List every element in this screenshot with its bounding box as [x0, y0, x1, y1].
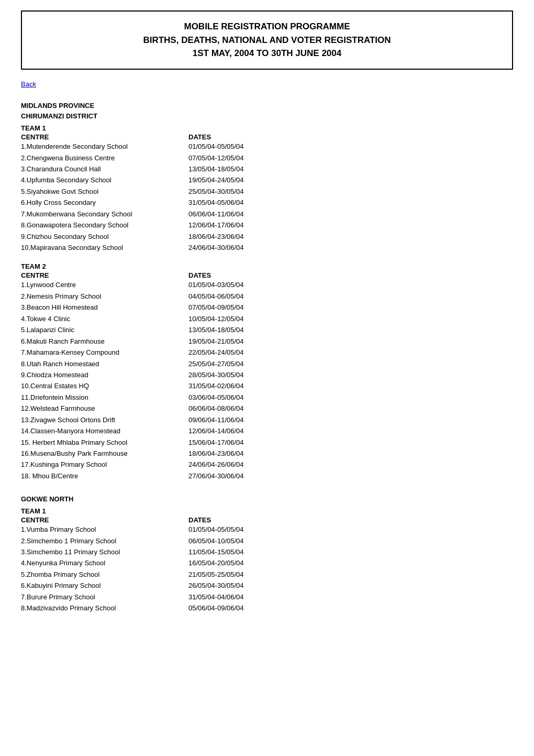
dates-header: DATES: [188, 271, 293, 279]
table-row: 7.Burure Primary School31/05/04-04/06/04: [21, 591, 513, 602]
centre-name: 7.Mahamara-Kensey Compound: [21, 347, 188, 358]
dates-value: 13/05/04-18/05/04: [188, 163, 293, 174]
table-row: 10.Mapiravana Secondary School24/06/04-3…: [21, 242, 513, 253]
table-row: 2.Simchembo 1 Primary School06/05/04-10/…: [21, 535, 513, 546]
table-row: 3.Simchembo 11 Primary School11/05/04-15…: [21, 546, 513, 557]
centre-name: 1.Mutenderende Secondary School: [21, 141, 188, 152]
dates-value: 31/05/04-04/06/04: [188, 591, 293, 602]
centre-name: 6.Kabuyini Primary School: [21, 580, 188, 591]
centre-header: CENTRE: [21, 133, 188, 141]
centre-name: 9.Chiodza Homestead: [21, 369, 188, 380]
table-row: 4.Tokwe 4 Clinic10/05/04-12/05/04: [21, 313, 513, 324]
table-row: 1.Mutenderende Secondary School01/05/04-…: [21, 141, 513, 152]
table-row: 9.Chiodza Homestead28/05/04-30/05/04: [21, 369, 513, 380]
table-row: 11.Driefontein Mission03/06/04-05/06/04: [21, 392, 513, 403]
centre-header: CENTRE: [21, 516, 188, 524]
centre-name: 1.Lynwood Centre: [21, 279, 188, 290]
centre-name: 5.Zhomba Primary School: [21, 569, 188, 580]
dates-value: 21/05/05-25/05/04: [188, 569, 293, 580]
table-row: 1.Lynwood Centre01/05/04-03/05/04: [21, 279, 513, 290]
dates-value: 09/06/04-11/06/04: [188, 414, 293, 425]
centre-name: 7.Mukomberwana Secondary School: [21, 209, 188, 220]
province-title-0: MIDLANDS PROVINCE CHIRUMANZI DISTRICT: [21, 101, 513, 123]
centre-name: 8.Gonawapotera Secondary School: [21, 220, 188, 231]
table-row: 5.Lalapanzi Clinic13/05/04-18/05/04: [21, 324, 513, 335]
dates-value: 04/05/04-06/05/04: [188, 291, 293, 302]
dates-value: 16/05/04-20/05/04: [188, 557, 293, 568]
centre-name: 4.Upfumba Secondary School: [21, 174, 188, 185]
centre-name: 6.Holly Cross Secondary: [21, 197, 188, 208]
page-title: MOBILE REGISTRATION PROGRAMME BIRTHS, DE…: [32, 20, 502, 60]
dates-value: 15/06/04-17/06/04: [188, 437, 293, 448]
table-row: 12.Welstead Farmhouse06/06/04-08/06/04: [21, 403, 513, 414]
dates-value: 25/05/04-30/05/04: [188, 186, 293, 197]
team-label-1-0: TEAM 1: [21, 507, 513, 515]
team-label-0-1: TEAM 2: [21, 262, 513, 270]
dates-value: 06/06/04-08/06/04: [188, 403, 293, 414]
province-title-1: GOKWE NORTH: [21, 494, 513, 505]
centre-name: 2.Chengwena Business Centre: [21, 152, 188, 163]
dates-value: 31/05/04-02/06/04: [188, 380, 293, 391]
centre-name: 4.Tokwe 4 Clinic: [21, 313, 188, 324]
table-row: 16.Musena/Bushy Park Farmhouse18/06/04-2…: [21, 448, 513, 459]
dates-value: 07/05/04-09/05/04: [188, 302, 293, 313]
table-row: 8.Gonawapotera Secondary School12/06/04-…: [21, 220, 513, 231]
table-row: 4.Upfumba Secondary School19/05/04-24/05…: [21, 174, 513, 185]
dates-value: 25/05/04-27/05/04: [188, 358, 293, 369]
column-headers-0-1: CENTREDATES: [21, 271, 513, 279]
centre-name: 2.Simchembo 1 Primary School: [21, 535, 188, 546]
dates-value: 10/05/04-12/05/04: [188, 313, 293, 324]
centre-name: 3.Simchembo 11 Primary School: [21, 546, 188, 557]
centre-name: 15. Herbert Mhlaba Primary School: [21, 437, 188, 448]
dates-value: 07/05/04-12/05/04: [188, 152, 293, 163]
centre-name: 7.Burure Primary School: [21, 591, 188, 602]
table-row: 18. Mhou B/Centre27/06/04-30/06/04: [21, 470, 513, 481]
header-box: MOBILE REGISTRATION PROGRAMME BIRTHS, DE…: [21, 10, 513, 70]
dates-value: 19/05/04-21/05/04: [188, 336, 293, 347]
dates-value: 19/05/04-24/05/04: [188, 174, 293, 185]
table-row: 4.Nenyunka Primary School16/05/04-20/05/…: [21, 557, 513, 568]
title-line1: MOBILE REGISTRATION PROGRAMME: [184, 21, 350, 31]
table-row: 8.Utah Ranch Homestaed25/05/04-27/05/04: [21, 358, 513, 369]
centre-name: 13.Zivagwe School Ortons Drift: [21, 414, 188, 425]
dates-value: 13/05/04-18/05/04: [188, 324, 293, 335]
table-row: 14.Classen-Manyora Homestead12/06/04-14/…: [21, 425, 513, 436]
centre-name: 3.Beacon Hill Homestead: [21, 302, 188, 313]
section-1: GOKWE NORTHTEAM 1CENTREDATES1.Vumba Prim…: [21, 494, 513, 613]
back-link[interactable]: Back: [21, 80, 36, 88]
dates-value: 12/06/04-14/06/04: [188, 425, 293, 436]
dates-value: 18/06/04-23/06/04: [188, 448, 293, 459]
table-row: 7.Mukomberwana Secondary School06/06/04-…: [21, 209, 513, 220]
centre-name: 6.Makuti Ranch Farmhouse: [21, 336, 188, 347]
centre-name: 8.Utah Ranch Homestaed: [21, 358, 188, 369]
dates-value: 12/06/04-17/06/04: [188, 220, 293, 231]
team-block-0-1: TEAM 2CENTREDATES1.Lynwood Centre01/05/0…: [21, 262, 513, 481]
dates-value: 18/06/04-23/06/04: [188, 231, 293, 242]
team-block-0-0: TEAM 1CENTREDATES1.Mutenderende Secondar…: [21, 124, 513, 253]
dates-value: 11/05/04-15/05/04: [188, 546, 293, 557]
centre-name: 5.Siyahokwe Govt School: [21, 186, 188, 197]
centre-name: 17.Kushinga Primary School: [21, 459, 188, 470]
table-row: 3.Charandura Council Hall13/05/04-18/05/…: [21, 163, 513, 174]
centre-name: 5.Lalapanzi Clinic: [21, 324, 188, 335]
table-row: 5.Zhomba Primary School21/05/05-25/05/04: [21, 569, 513, 580]
dates-value: 03/06/04-05/06/04: [188, 392, 293, 403]
dates-value: 05/06/04-09/06/04: [188, 602, 293, 613]
dates-value: 22/05/04-24/05/04: [188, 347, 293, 358]
table-row: 9.Chizhou Secondary School18/06/04-23/06…: [21, 231, 513, 242]
centre-name: 9.Chizhou Secondary School: [21, 231, 188, 242]
team-block-1-0: TEAM 1CENTREDATES1.Vumba Primary School0…: [21, 507, 513, 614]
dates-value: 06/05/04-10/05/04: [188, 535, 293, 546]
centre-name: 1.Vumba Primary School: [21, 524, 188, 535]
dates-header: DATES: [188, 516, 293, 524]
centre-name: 3.Charandura Council Hall: [21, 163, 188, 174]
centre-name: 8.Madzivazvido Primary School: [21, 602, 188, 613]
table-row: 6.Makuti Ranch Farmhouse19/05/04-21/05/0…: [21, 336, 513, 347]
centre-name: 18. Mhou B/Centre: [21, 470, 188, 481]
centre-name: 4.Nenyunka Primary School: [21, 557, 188, 568]
team-label-0-0: TEAM 1: [21, 124, 513, 132]
centre-name: 16.Musena/Bushy Park Farmhouse: [21, 448, 188, 459]
dates-value: 31/05/04-05/06/04: [188, 197, 293, 208]
dates-value: 24/06/04-26/06/04: [188, 459, 293, 470]
section-0: MIDLANDS PROVINCE CHIRUMANZI DISTRICTTEA…: [21, 101, 513, 482]
